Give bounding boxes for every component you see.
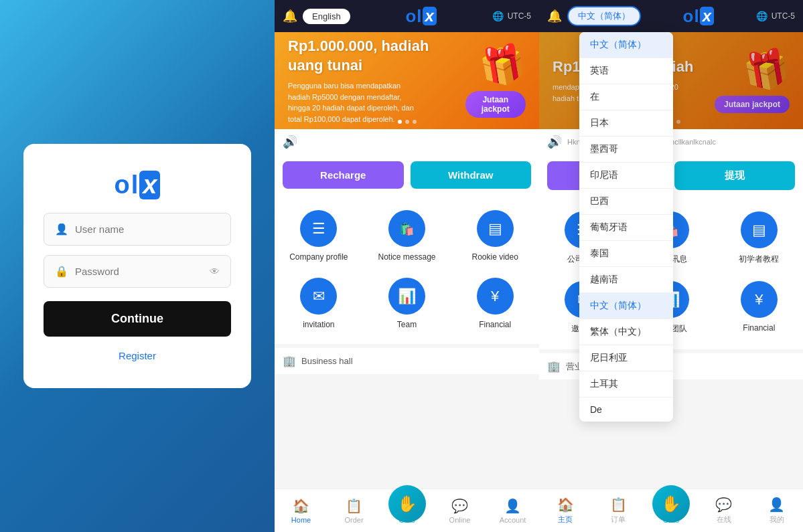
- right-business-icon: 🏢: [547, 360, 561, 373]
- lang-option-brazil[interactable]: 巴西: [579, 189, 673, 215]
- right-financial-label: Financial: [743, 323, 775, 333]
- right-menu-item-rookie[interactable]: ▤ 初学者教程: [715, 203, 803, 273]
- right-logo-l: l: [694, 6, 699, 27]
- right-gift-icon: 🎁: [740, 45, 793, 96]
- right-order-label: 订单: [611, 515, 626, 525]
- withdraw-button[interactable]: Withdraw: [411, 161, 532, 189]
- mid-logo-o: o: [405, 6, 416, 27]
- lang-option-chinese-simplified-2[interactable]: 中文（简体）: [579, 293, 673, 319]
- lang-option-chinese-traditional[interactable]: 繁体（中文）: [579, 319, 673, 345]
- menu-item-company-profile[interactable]: ☰ Company profile: [275, 202, 363, 270]
- eye-toggle-icon[interactable]: 👁: [210, 266, 220, 277]
- account-label: Account: [500, 516, 526, 524]
- company-profile-icon: ☰: [300, 210, 337, 247]
- mid-business-hall[interactable]: 🏢 Business hall: [275, 348, 539, 374]
- menu-item-team[interactable]: 📊 Team: [363, 270, 451, 337]
- volume-icon: 🔊: [283, 135, 297, 149]
- right-bell-icon: 🔔: [547, 9, 562, 23]
- right-rookie-icon: ▤: [741, 211, 778, 248]
- lang-option-chinese-simplified[interactable]: 中文（简体）: [579, 32, 673, 58]
- jackpot-button[interactable]: Jutaan jackpot: [465, 91, 526, 118]
- right-language-button[interactable]: 中文（简体）: [567, 6, 641, 26]
- account-icon: 👤: [504, 498, 521, 514]
- invitation-label: invitation: [303, 320, 334, 329]
- lang-option-zai[interactable]: 在: [579, 84, 673, 110]
- right-nav-online[interactable]: 💬 在线: [697, 489, 750, 532]
- user-icon: 👤: [55, 223, 68, 236]
- right-nav-grab[interactable]: ✋ Grab: [645, 497, 698, 524]
- menu-item-financial[interactable]: ¥ Financial: [451, 270, 539, 337]
- business-hall-label: Business hall: [301, 356, 353, 366]
- right-nav-account[interactable]: 👤 我的: [750, 489, 803, 532]
- mid-banner-title: Rp1.000.000, hadiah uang tunai: [288, 37, 465, 75]
- lang-option-de[interactable]: De: [579, 397, 673, 422]
- notice-icon: 🛍️: [388, 210, 425, 247]
- lang-option-thai[interactable]: 泰国: [579, 241, 673, 267]
- nav-home[interactable]: 🏠 Home: [275, 489, 327, 532]
- lang-option-indonesian[interactable]: 印尼语: [579, 163, 673, 189]
- lang-option-english[interactable]: 英语: [579, 58, 673, 84]
- notice-label: Notice message: [378, 252, 435, 262]
- mid-top-bar: 🔔 English o l x 🌐 UTC-5: [275, 0, 539, 32]
- language-dropdown: 中文（简体） 英语 在 日本 墨西哥 印尼语 巴西 葡萄牙语 泰国 越南语 中文…: [579, 32, 673, 422]
- mid-top-bar-right: 🌐 UTC-5: [492, 11, 531, 21]
- right-order-icon: 📋: [610, 497, 627, 513]
- logo-o: o: [115, 171, 130, 199]
- nav-account[interactable]: 👤 Account: [486, 489, 539, 532]
- company-profile-label: Company profile: [289, 252, 348, 262]
- nav-order[interactable]: 📋 Order: [327, 489, 380, 532]
- right-nav-home[interactable]: 🏠 主页: [539, 489, 592, 532]
- menu-item-notice[interactable]: 🛍️ Notice message: [363, 202, 451, 270]
- right-rookie-label: 初学者教程: [739, 254, 779, 265]
- register-link[interactable]: Register: [119, 350, 156, 361]
- banner-dots: [398, 120, 417, 124]
- mid-top-bar-left: 🔔 English: [283, 9, 350, 24]
- recharge-button[interactable]: Recharge: [283, 161, 404, 189]
- business-icon: 🏢: [283, 355, 296, 367]
- username-field-container[interactable]: 👤: [44, 213, 231, 246]
- mid-banner-text: Rp1.000.000, hadiah uang tunai Pengguna …: [288, 37, 465, 124]
- lang-option-nigerian[interactable]: 尼日利亚: [579, 345, 673, 371]
- right-logo-o: o: [683, 6, 694, 27]
- nav-online[interactable]: 💬 Online: [433, 489, 486, 532]
- utc-label: UTC-5: [508, 11, 531, 21]
- right-grab-circle: ✋: [652, 485, 690, 523]
- team-label: Team: [397, 320, 417, 329]
- right-top-bar: 🔔 中文（简体） o l x 🌐 UTC-5: [539, 0, 803, 32]
- team-icon: 📊: [388, 278, 425, 315]
- right-dot-3: [676, 120, 680, 124]
- right-online-label: 在线: [717, 515, 731, 525]
- dot-2: [405, 120, 409, 124]
- right-home-label: 主页: [558, 515, 573, 525]
- logo-l: l: [131, 171, 139, 199]
- right-online-icon: 💬: [715, 497, 732, 513]
- lang-option-mexico[interactable]: 墨西哥: [579, 137, 673, 163]
- grab-circle: ✋: [388, 485, 426, 523]
- language-button[interactable]: English: [303, 9, 350, 24]
- lang-option-turkish[interactable]: 土耳其: [579, 371, 673, 397]
- login-panel: o l x 👤 🔒 👁 Continue Register: [0, 0, 275, 532]
- right-menu-item-financial[interactable]: ¥ Financial: [715, 273, 803, 343]
- lang-option-vietnamese[interactable]: 越南语: [579, 267, 673, 293]
- password-input[interactable]: [75, 266, 203, 277]
- invitation-icon: ✉: [300, 278, 337, 315]
- right-olx-logo: o l x: [683, 6, 714, 27]
- rookie-icon: ▤: [477, 210, 514, 247]
- password-field-container[interactable]: 🔒 👁: [44, 255, 231, 288]
- username-input[interactable]: [75, 224, 220, 235]
- continue-button[interactable]: Continue: [44, 301, 231, 337]
- mid-logo-x: x: [423, 7, 437, 25]
- right-globe-icon: 🌐: [756, 11, 768, 21]
- right-nav-order[interactable]: 📋 订单: [592, 489, 645, 532]
- dot-1: [398, 120, 402, 124]
- right-withdraw-button[interactable]: 提现: [674, 161, 795, 190]
- menu-item-rookie[interactable]: ▤ Rookie video: [451, 202, 539, 270]
- nav-grab[interactable]: ✋ Grab: [380, 497, 433, 524]
- home-label: Home: [291, 516, 311, 524]
- mid-banner-subtitle: Pengguna baru bisa mendapatkan hadiah Rp…: [288, 80, 422, 124]
- lang-option-portuguese[interactable]: 葡萄牙语: [579, 215, 673, 241]
- right-jackpot-button[interactable]: Jutaan jackpot: [715, 96, 790, 113]
- lang-option-japanese[interactable]: 日本: [579, 110, 673, 137]
- mid-olx-logo: o l x: [405, 6, 436, 27]
- menu-item-invitation[interactable]: ✉ invitation: [275, 270, 363, 337]
